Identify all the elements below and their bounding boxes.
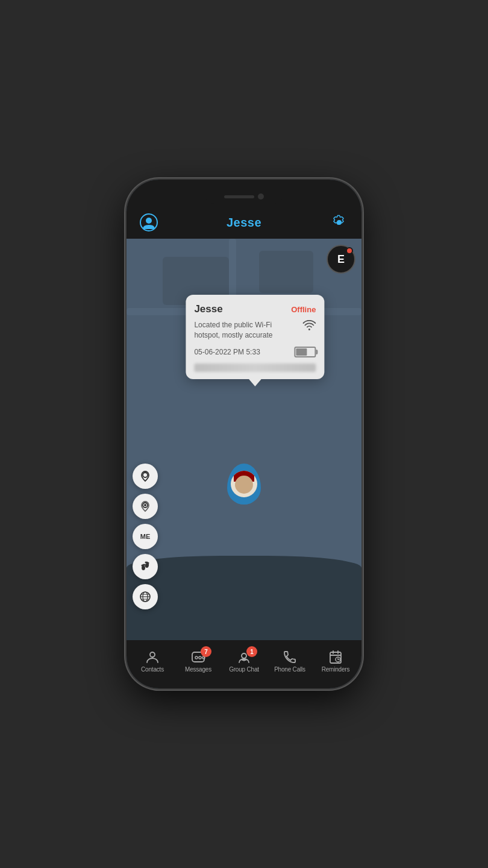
popup-blurred-address <box>194 363 316 372</box>
footprint-button[interactable] <box>133 554 158 579</box>
phone-calls-icon <box>283 650 297 664</box>
map-sidebar: ME <box>133 464 158 609</box>
battery-fill <box>296 348 307 356</box>
app-title: Jesse <box>227 216 261 230</box>
group-chat-icon: 1 <box>237 650 251 664</box>
pin-avatar <box>231 471 257 497</box>
user-initial: E <box>337 253 345 266</box>
svg-point-20 <box>199 656 201 659</box>
popup-datetime-row: 05-06-2022 PM 5:33 <box>194 347 316 357</box>
camera <box>258 193 264 200</box>
nav-messages-label: Messages <box>185 666 211 673</box>
notch <box>205 189 283 204</box>
me-location-button[interactable]: ME <box>133 524 158 549</box>
profile-button[interactable] <box>139 212 159 233</box>
svg-point-23 <box>242 653 246 658</box>
nav-messages[interactable]: 7 Messages <box>180 650 216 673</box>
wifi-icon <box>302 320 316 331</box>
nav-contacts[interactable]: Contacts <box>134 650 170 673</box>
svg-point-19 <box>195 656 198 659</box>
location-pin-button[interactable] <box>133 464 158 489</box>
popup-location-text: Located the public Wi-Fi hotspot, mostly… <box>194 320 299 341</box>
nav-phone-calls-label: Phone Calls <box>274 666 305 673</box>
popup-timestamp: 05-06-2022 PM 5:33 <box>194 348 260 356</box>
user-avatar-button[interactable]: E <box>327 245 355 274</box>
avatar-face <box>235 476 253 494</box>
globe-button[interactable] <box>133 584 158 609</box>
svg-point-12 <box>148 562 149 564</box>
notch-bar <box>127 180 361 206</box>
popup-contact-name: Jesse <box>194 303 222 315</box>
settings-button[interactable] <box>329 212 349 233</box>
popup-header: Jesse Offline <box>194 303 316 315</box>
speaker <box>224 195 254 198</box>
app-header: Jesse <box>127 206 361 239</box>
nav-reminders-label: Reminders <box>322 666 350 673</box>
svg-point-9 <box>144 564 146 565</box>
svg-point-4 <box>144 504 146 506</box>
popup-status-badge: Offline <box>291 305 316 314</box>
messages-badge: 7 <box>201 646 211 657</box>
contacts-icon <box>145 650 160 664</box>
nav-contacts-label: Contacts <box>141 666 164 673</box>
location-search-button[interactable] <box>133 494 158 519</box>
nav-phone-calls[interactable]: Phone Calls <box>272 650 308 673</box>
map-location-pin[interactable] <box>227 464 261 505</box>
nav-group-chat-label: Group Chat <box>229 666 259 673</box>
pin-body <box>227 464 261 505</box>
group-chat-badge: 1 <box>246 646 257 657</box>
svg-point-18 <box>150 652 155 657</box>
reminders-icon <box>328 650 343 664</box>
battery-indicator <box>294 347 316 357</box>
map-view[interactable]: E Jesse Offline Located the public Wi-Fi… <box>127 239 361 640</box>
popup-location-row: Located the public Wi-Fi hotspot, mostly… <box>194 320 316 341</box>
bottom-navigation: Contacts 7 Messages <box>127 640 361 688</box>
map-dark-area <box>127 556 361 640</box>
svg-point-2 <box>143 473 148 477</box>
messages-icon: 7 <box>191 650 205 664</box>
user-status-dot <box>346 247 353 254</box>
location-popup[interactable]: Jesse Offline Located the public Wi-Fi h… <box>186 295 324 379</box>
nav-reminders[interactable]: Reminders <box>318 650 354 673</box>
svg-point-1 <box>146 218 152 224</box>
nav-group-chat[interactable]: 1 Group Chat <box>226 650 262 673</box>
